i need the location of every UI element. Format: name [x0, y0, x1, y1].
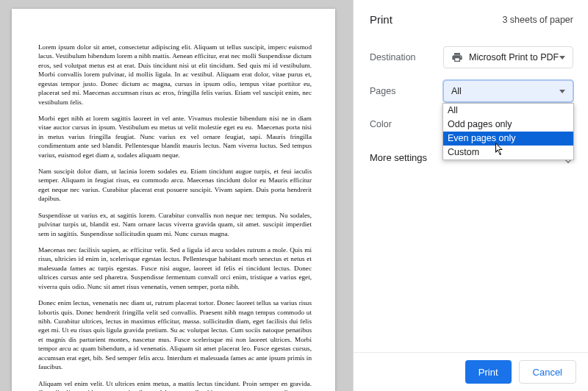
- preview-page: Lorem ipsum dolor sit amet, consectetur …: [12, 9, 335, 391]
- preview-paragraph: Aliquam vel enim velit. Ut ultrices enim…: [38, 379, 312, 392]
- preview-paragraph: Donec enim lectus, venenatis nec diam ut…: [38, 298, 312, 371]
- printer-icon: [451, 52, 463, 62]
- chevron-down-icon: [559, 56, 565, 60]
- print-sidebar: Print 3 sheets of paper Destination Micr…: [353, 0, 588, 391]
- more-settings-label: More settings: [370, 152, 427, 163]
- pages-value: All: [451, 86, 559, 96]
- pages-select[interactable]: All: [443, 80, 573, 102]
- sheet-count: 3 sheets of paper: [502, 15, 573, 25]
- preview-paragraph: Nam suscipit dolor diam, ut lacinia lore…: [38, 167, 312, 204]
- color-label: Color: [370, 119, 443, 129]
- page-title: Print: [370, 13, 392, 26]
- dialog-footer: Print Cancel: [354, 352, 588, 391]
- dropdown-option-all[interactable]: All: [443, 104, 573, 118]
- pages-dropdown: All Odd pages only Even pages only Custo…: [442, 103, 574, 160]
- cursor-icon: [495, 143, 504, 156]
- print-preview-pane: Lorem ipsum dolor sit amet, consectetur …: [0, 0, 353, 391]
- destination-value: Microsoft Print to PDF: [469, 52, 559, 62]
- dropdown-option-even[interactable]: Even pages only: [443, 132, 573, 146]
- preview-paragraph: Morbi eget nibh at lorem sagittis laoree…: [38, 114, 312, 159]
- print-button[interactable]: Print: [465, 360, 512, 384]
- dropdown-option-odd[interactable]: Odd pages only: [443, 118, 573, 132]
- preview-paragraph: Maecenas nec facilisis sapien, ac effici…: [38, 245, 312, 291]
- dropdown-option-custom[interactable]: Custom: [443, 146, 573, 159]
- pages-label: Pages: [370, 86, 443, 96]
- destination-label: Destination: [370, 52, 443, 62]
- preview-paragraph: Suspendisse ut varius ex, at sagittis lo…: [38, 211, 312, 238]
- preview-paragraph: Lorem ipsum dolor sit amet, consectetur …: [38, 43, 312, 107]
- destination-select[interactable]: Microsoft Print to PDF: [443, 46, 573, 68]
- chevron-down-icon: [559, 90, 565, 93]
- cancel-button[interactable]: Cancel: [519, 360, 576, 384]
